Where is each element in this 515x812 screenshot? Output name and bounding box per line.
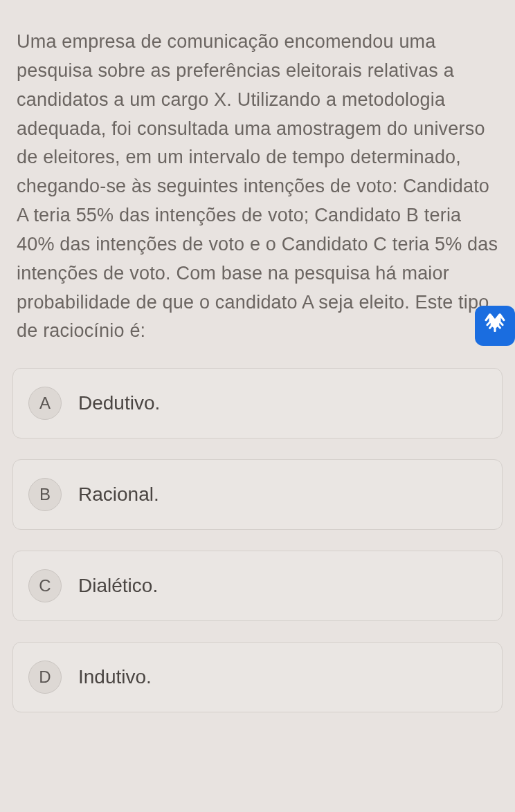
option-letter-c: C: [28, 569, 62, 602]
option-letter-b: B: [28, 478, 62, 511]
option-a[interactable]: A Dedutivo.: [12, 368, 503, 439]
sign-language-icon: [482, 311, 508, 340]
question-text: Uma empresa de comunicação encomendou um…: [17, 28, 498, 346]
question-container: Uma empresa de comunicação encomendou um…: [0, 0, 515, 360]
option-text-c: Dialético.: [78, 575, 158, 597]
option-text-b: Racional.: [78, 483, 159, 506]
option-c[interactable]: C Dialético.: [12, 551, 503, 621]
option-letter-a: A: [28, 387, 62, 420]
accessibility-button[interactable]: [475, 306, 515, 346]
option-text-a: Dedutivo.: [78, 392, 160, 414]
option-text-d: Indutivo.: [78, 666, 152, 688]
option-d[interactable]: D Indutivo.: [12, 642, 503, 712]
option-letter-d: D: [28, 661, 62, 694]
option-b[interactable]: B Racional.: [12, 459, 503, 530]
options-container: A Dedutivo. B Racional. C Dialético. D I…: [0, 360, 515, 741]
